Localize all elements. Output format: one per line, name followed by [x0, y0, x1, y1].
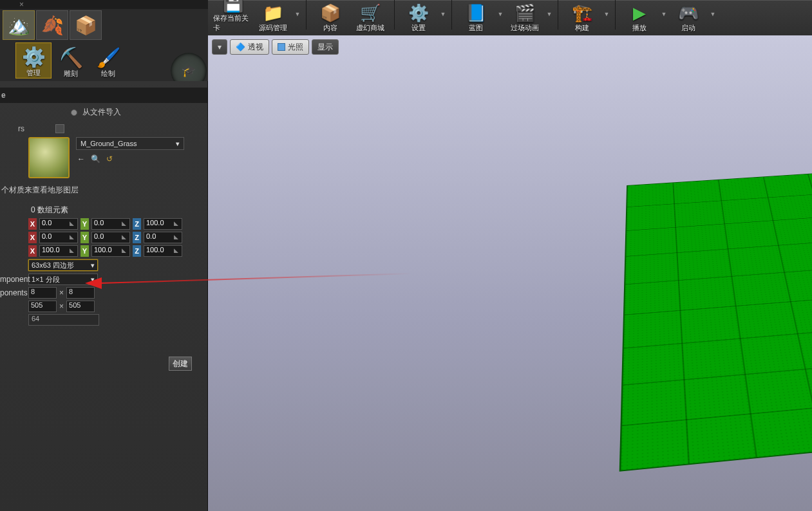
- sections-per-component-dropdown[interactable]: 1×1 分段 ▾: [28, 274, 98, 285]
- mode-foliage-tile[interactable]: 🍂: [36, 10, 68, 40]
- cube-icon: [278, 43, 285, 51]
- launch-icon: 🎮: [675, 3, 701, 23]
- viewport-options-dropdown[interactable]: ▾: [212, 39, 227, 55]
- viewport-lighting-button[interactable]: 光照: [272, 39, 309, 55]
- toolbar-settings-button[interactable]: ⚙️ 设置: [399, 3, 439, 35]
- tab-manage-label: 管理: [26, 68, 41, 78]
- rotation-z-input[interactable]: 0.0◣: [144, 232, 182, 243]
- toolbar-marketplace-label: 虚幻商城: [356, 23, 384, 33]
- location-z-input[interactable]: 100.0◣: [144, 218, 182, 230]
- toolbar-launch-label: 启动: [681, 23, 695, 33]
- reset-button[interactable]: ↺: [104, 154, 115, 164]
- toolbar-settings-label: 设置: [411, 23, 426, 33]
- scale-y-input[interactable]: 100.0◣: [91, 245, 130, 257]
- total-components-display: 64: [28, 314, 99, 326]
- arrow-left-icon: ←: [77, 154, 85, 163]
- segments-value: 1×1 分段: [32, 275, 60, 284]
- marketplace-icon: 🛒: [357, 3, 383, 23]
- section-size-value: 63x63 四边形: [32, 261, 74, 270]
- location-y-input[interactable]: 0.0◣: [91, 218, 130, 230]
- separator: [306, 0, 307, 30]
- terrain-plane[interactable]: [619, 160, 812, 471]
- box-icon: 📦: [75, 15, 97, 36]
- viewport[interactable]: ▾ 🔷 透视 光照 显示: [208, 35, 812, 511]
- create-label: 创建: [173, 358, 188, 369]
- toolbar-build-label: 构建: [575, 23, 589, 33]
- toolbar-launch-button[interactable]: 🎮 启动: [668, 3, 708, 35]
- spinner-icon: ◣: [70, 220, 76, 228]
- viewport-toolbar: ▾ 🔷 透视 光照 显示: [212, 39, 339, 55]
- tab-sculpt[interactable]: ⛏️ 雕刻: [53, 42, 89, 79]
- x-label: X: [28, 245, 37, 257]
- toolbar-build-button[interactable]: 🏗️ 构建: [562, 3, 602, 35]
- toolbar-launch-dropdown-icon[interactable]: ▼: [708, 0, 717, 30]
- chevron-down-icon: ▾: [91, 261, 95, 270]
- mode-geometry-tile[interactable]: 📦: [70, 10, 102, 40]
- x-label: X: [28, 232, 37, 243]
- create-button[interactable]: 创建: [169, 357, 192, 371]
- toolbar-cinematic-label: 过场动画: [511, 23, 539, 33]
- toolbar-source-button[interactable]: 📁 源码管理: [253, 3, 293, 35]
- perspective-icon: 🔷: [236, 42, 245, 51]
- rotation-y-input[interactable]: 0.0◣: [91, 232, 130, 243]
- import-label: 从文件导入: [82, 107, 121, 118]
- components-x-input[interactable]: 8: [28, 287, 57, 299]
- separator: [394, 0, 395, 30]
- toolbar-blueprint-dropdown-icon[interactable]: ▼: [496, 0, 505, 30]
- toolbar-cinematic-button[interactable]: 🎬 过场动画: [505, 3, 545, 35]
- separator: [558, 0, 558, 30]
- tab-manage[interactable]: ⚙️ 管理: [15, 42, 52, 79]
- components-y-input[interactable]: 8: [66, 287, 95, 299]
- location-row: X 0.0◣ Y 0.0◣ Z 100.0◣: [28, 218, 207, 230]
- location-x-input[interactable]: 0.0◣: [39, 218, 78, 230]
- main-toolbar: 💾 保存当前关卡 📁 源码管理 ▼ 📦 内容 🛒 虚幻商城 ⚙️ 设置 ▼ 📘 …: [208, 0, 812, 35]
- browse-button[interactable]: 🔍: [90, 154, 100, 164]
- material-thumbnail[interactable]: [28, 137, 70, 178]
- section-size-dropdown[interactable]: 63x63 四边形 ▾: [28, 259, 98, 271]
- scale-row: X 100.0◣ Y 100.0◣ Z 100.0◣: [28, 245, 207, 257]
- toolbar-play-button[interactable]: ▶ 播放: [619, 3, 659, 35]
- enable-layers-checkbox[interactable]: [55, 124, 64, 133]
- resolution-x-input[interactable]: 505: [28, 301, 57, 312]
- separator: [451, 0, 452, 30]
- spinner-icon: ◣: [70, 247, 76, 255]
- toolbar-play-dropdown-icon[interactable]: ▼: [659, 0, 668, 30]
- tab-close-icon[interactable]: ×: [15, 0, 28, 9]
- material-info-text: 个材质来查看地形图层: [1, 185, 207, 196]
- mode-landscape-tile[interactable]: 🏔️: [3, 10, 35, 40]
- show-label: 显示: [317, 42, 333, 53]
- y-label: Y: [80, 218, 89, 230]
- reset-icon: ↺: [106, 154, 113, 163]
- content-icon: 📦: [317, 3, 343, 23]
- scale-z-input[interactable]: 100.0◣: [144, 245, 182, 257]
- toolbar-build-dropdown-icon[interactable]: ▼: [602, 0, 611, 30]
- material-dropdown[interactable]: M_Ground_Grass ▾: [76, 137, 184, 150]
- toolbar-marketplace-button[interactable]: 🛒 虚幻商城: [350, 3, 390, 35]
- tab-paint[interactable]: 🖌️ 绘制: [90, 42, 126, 79]
- scale-x-input[interactable]: 100.0◣: [39, 245, 78, 257]
- toolbar-save-button[interactable]: 💾 保存当前关卡: [213, 0, 253, 35]
- cinematic-icon: 🎬: [512, 3, 538, 23]
- viewport-show-button[interactable]: 显示: [312, 39, 339, 55]
- z-label: Z: [133, 245, 141, 257]
- multiply-label: ×: [57, 302, 66, 311]
- chevron-down-icon: ▾: [176, 140, 180, 148]
- mountain-icon: 🏔️: [8, 15, 30, 36]
- paint-icon: 🖌️: [97, 46, 120, 69]
- tab-sculpt-label: 雕刻: [64, 69, 78, 79]
- toolbar-settings-dropdown-icon[interactable]: ▼: [439, 0, 448, 30]
- viewport-perspective-button[interactable]: 🔷 透视: [230, 39, 269, 55]
- toolbar-cinematic-dropdown-icon[interactable]: ▼: [545, 0, 554, 30]
- toolbar-blueprint-button[interactable]: 📘 蓝图: [456, 3, 496, 35]
- spinner-icon: ◣: [122, 247, 128, 255]
- y-label: Y: [80, 245, 89, 257]
- use-selected-button[interactable]: ←: [76, 154, 86, 164]
- array-count-label: 0 数组元素: [31, 205, 207, 216]
- blueprint-icon: 📘: [463, 3, 489, 23]
- import-option[interactable]: 从文件导入: [71, 107, 207, 118]
- spinner-icon: ◣: [174, 247, 180, 255]
- rotation-x-input[interactable]: 0.0◣: [39, 232, 78, 243]
- resolution-y-input[interactable]: 505: [66, 301, 95, 312]
- toolbar-content-button[interactable]: 📦 内容: [310, 3, 350, 35]
- toolbar-source-dropdown-icon[interactable]: ▼: [293, 0, 302, 30]
